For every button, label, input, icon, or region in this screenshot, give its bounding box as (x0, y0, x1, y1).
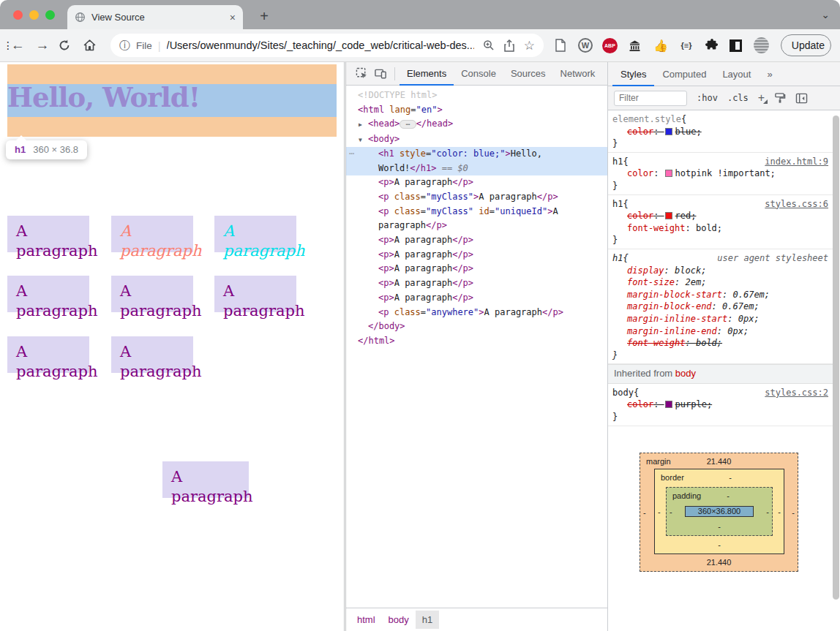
dom-line[interactable]: </body> (346, 320, 607, 334)
tab-styles[interactable]: Styles (612, 62, 654, 86)
stylesheet-source-link[interactable]: index.html:9 (765, 156, 828, 168)
stylesheet-source-link[interactable]: styles.css:6 (765, 198, 828, 211)
dom-line[interactable]: World!</h1> == $0 (346, 162, 607, 176)
color-swatch[interactable] (665, 401, 672, 408)
stylesheet-source-link[interactable]: styles.css:2 (765, 387, 828, 399)
dom-line[interactable]: paragraph</p> (346, 219, 607, 233)
dom-line[interactable]: <p>A paragraph</p> (346, 233, 607, 248)
archive-ext-icon[interactable] (627, 37, 643, 53)
tab-network[interactable]: Network (553, 62, 603, 86)
css-property[interactable]: color: blue; (612, 126, 828, 138)
css-property[interactable]: margin-block-end: 0.67em; (612, 301, 828, 313)
breadcrumb-body[interactable]: body (382, 611, 416, 629)
inspect-element-icon[interactable] (352, 64, 371, 83)
css-property[interactable]: color: hotpink !important; (612, 167, 828, 180)
document-ext-icon[interactable] (552, 37, 569, 53)
dom-line[interactable]: <p>A paragraph</p> (346, 175, 607, 190)
dom-line[interactable]: <p>A paragraph</p> (346, 291, 607, 306)
tab-sources[interactable]: Sources (503, 62, 553, 86)
tree-arrow-icon[interactable]: ▼ (359, 133, 362, 148)
css-property[interactable]: margin-block-start: 0.67em; (612, 289, 828, 301)
style-rule[interactable]: element.style {color: blue;} (608, 110, 833, 153)
extensions-puzzle-icon[interactable] (704, 37, 720, 53)
browser-menu-dots-icon[interactable]: ⋮ (3, 39, 13, 51)
address-bar[interactable]: ⓘ File | /Users/owenmundy/Sites/_teachin… (110, 34, 544, 57)
dom-line[interactable]: <p>A paragraph</p> (346, 276, 607, 291)
styles-scrollbar[interactable] (833, 116, 839, 600)
close-window-button[interactable] (13, 10, 23, 20)
css-property[interactable]: color: purple; (612, 398, 828, 411)
tree-arrow-icon[interactable]: ▶ (359, 118, 362, 132)
dom-line[interactable]: <p>A paragraph</p> (346, 248, 607, 262)
wayback-ext-icon[interactable]: W (578, 38, 593, 53)
box-model-margin[interactable]: margin21.44021.440--border----padding---… (640, 453, 798, 572)
box-model-padding[interactable]: padding----360×36.800 (666, 487, 773, 536)
color-swatch[interactable] (665, 170, 672, 177)
dom-line[interactable]: <html lang="en"> (346, 103, 607, 118)
tab-computed[interactable]: Computed (654, 62, 714, 86)
dom-line[interactable]: <p class="myClass" id="uniqueId">A (346, 205, 607, 219)
breadcrumb-h1[interactable]: h1 (416, 611, 439, 629)
css-property[interactable]: display: block; (612, 265, 828, 277)
style-rule[interactable]: h1 {user agent stylesheetdisplay: block;… (608, 249, 833, 364)
dom-line[interactable]: <p>A paragraph</p> (346, 262, 607, 276)
profile-avatar[interactable] (754, 37, 769, 53)
adblock-ext-icon[interactable]: ABP (602, 38, 618, 53)
css-property[interactable]: color: red; (612, 210, 828, 222)
page-info-icon[interactable]: ⓘ (119, 39, 130, 53)
box-model-content[interactable]: 360×36.800 (685, 506, 754, 517)
hover-state-toggle[interactable]: :hov (697, 93, 718, 103)
dom-line[interactable]: ▶<head> ⋯ </head> (346, 117, 607, 132)
paint-format-icon[interactable] (774, 92, 786, 104)
dom-line[interactable]: <p class="myClass">A paragraph</p> (346, 190, 607, 205)
tab-layout[interactable]: Layout (714, 62, 759, 86)
inspector-margin-overlay-bottom (7, 117, 337, 137)
share-icon[interactable] (503, 39, 515, 52)
bookmark-star-icon[interactable]: ☆ (524, 38, 535, 53)
url-text[interactable]: /Users/owenmundy/Sites/_teaching/_code_w… (167, 39, 474, 51)
new-style-rule-icon[interactable]: + (758, 91, 765, 105)
css-property[interactable]: margin-inline-end: 0px; (612, 325, 828, 338)
dom-line[interactable]: <!DOCTYPE html> (346, 88, 607, 103)
css-property[interactable]: font-weight: bold; (612, 337, 828, 349)
tab-elements[interactable]: Elements (400, 62, 454, 86)
thumbs-up-ext-icon[interactable]: 👍 (653, 37, 669, 53)
css-property[interactable]: font-size: 2em; (612, 276, 828, 289)
reload-icon[interactable] (58, 39, 76, 52)
dom-line[interactable]: <p class="anywhere">A paragraph</p> (346, 306, 607, 320)
style-rule[interactable]: h1 {styles.css:6color: red;font-weight: … (608, 195, 833, 249)
contrast-ext-icon[interactable] (730, 39, 742, 52)
breadcrumb-html[interactable]: html (350, 611, 382, 629)
style-rule[interactable]: h1 {index.html:9color: hotpink !importan… (608, 153, 833, 195)
dom-line[interactable]: ▼<body> (346, 132, 607, 147)
elements-pane: <!DOCTYPE html><html lang="en">▶<head> ⋯… (346, 86, 607, 631)
color-swatch[interactable] (665, 212, 672, 219)
color-swatch[interactable] (665, 128, 672, 135)
zoom-icon[interactable] (483, 39, 495, 51)
dom-line[interactable]: ⋯<h1 style="color: blue;">Hello, (346, 147, 607, 162)
dom-line[interactable]: </html> (346, 334, 607, 349)
tab-search-chevron-icon[interactable]: ⌄ (821, 9, 830, 20)
device-toolbar-icon[interactable] (371, 64, 390, 83)
home-icon[interactable] (83, 39, 101, 52)
minimize-window-button[interactable] (29, 10, 39, 20)
tab-close-icon[interactable]: × (230, 12, 236, 23)
sidebar-toggle-icon[interactable] (795, 93, 808, 104)
box-model-diagram[interactable]: margin21.44021.440--border----padding---… (640, 453, 798, 572)
braces-ext-icon[interactable]: {≡} (678, 37, 694, 53)
forward-icon[interactable]: → (34, 37, 52, 53)
css-property[interactable]: margin-inline-start: 0px; (612, 313, 828, 325)
class-toggle[interactable]: .cls (727, 93, 749, 103)
zoom-window-button[interactable] (45, 10, 55, 20)
new-tab-button[interactable]: + (255, 7, 274, 26)
inherited-from-header: Inherited from body (608, 364, 833, 384)
box-model-border[interactable]: border----padding----360×36.800 (654, 469, 784, 554)
sidebar-more-tabs-icon[interactable]: » (759, 62, 780, 86)
browser-tab[interactable]: View Source × (67, 5, 243, 29)
styles-filter-input[interactable] (614, 91, 687, 106)
node-more-actions-icon[interactable]: ⋯ (349, 147, 355, 162)
update-button[interactable]: Update ⋮ (781, 34, 831, 56)
tab-console[interactable]: Console (454, 62, 503, 86)
style-rule[interactable]: body {styles.css:2color: purple;} (608, 384, 833, 426)
css-property[interactable]: font-weight: bold; (612, 222, 828, 235)
